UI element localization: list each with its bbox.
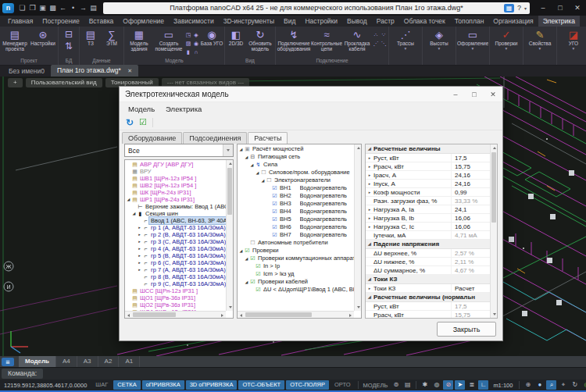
ribbon-tab[interactable]: Настройки bbox=[300, 16, 342, 27]
ribbon-tab[interactable]: Оформление bbox=[118, 16, 169, 27]
mini-ugo-icon[interactable]: ◉ bbox=[192, 39, 200, 48]
status-toggle[interactable]: оПРИВЯЗКА bbox=[142, 380, 184, 390]
zoom-realtime-icon[interactable]: ● bbox=[534, 380, 545, 390]
tree-item[interactable]: ◢ ▮ Секция шин bbox=[125, 210, 226, 217]
command-line[interactable]: Команда: bbox=[0, 367, 586, 380]
property-row[interactable]: ▸ Ррасч, кВт 15,75 bbox=[366, 162, 490, 171]
property-row[interactable]: ▸ Руст, кВт 17,5 bbox=[366, 154, 490, 162]
tree-item[interactable]: ▸ ⌐ гр 1 (А, АВДТ-63 16А/30мА) bbox=[125, 224, 226, 231]
row-expand-icon[interactable]: ◢ bbox=[366, 144, 373, 153]
ribbon-tab[interactable]: Вывод bbox=[342, 16, 372, 27]
tree-item[interactable]: ◢ ☑ Проверки кабелей bbox=[238, 278, 354, 286]
status-toggle[interactable]: СЕТКА bbox=[113, 380, 140, 390]
layout-tab[interactable]: А4 bbox=[56, 356, 77, 367]
mini-column-icon[interactable]: ▮ bbox=[184, 48, 192, 56]
expand-icon[interactable]: ◢ bbox=[244, 153, 249, 161]
filter-combobox[interactable]: Все bbox=[124, 144, 234, 157]
nanocad-logo-icon[interactable]: n bbox=[2, 3, 14, 13]
ugo-base-button[interactable]: ◉ База УГО bbox=[200, 28, 223, 52]
property-row[interactable]: ΔU суммарное, % 4,67 % bbox=[366, 266, 490, 275]
property-row[interactable]: ▸ Нагрузка C, Ic 16,06 bbox=[366, 223, 490, 231]
trassy[interactable]: ⋰ Трассы ▾ bbox=[390, 28, 421, 51]
status-toggle[interactable]: ШАГ bbox=[91, 380, 112, 390]
dialog-menu-item[interactable]: Электрика bbox=[160, 105, 207, 113]
property-row[interactable]: ▸ Нагрузка B, Ib 16,06 bbox=[366, 214, 490, 223]
annotation-lock-icon[interactable]: ⊘ bbox=[443, 380, 453, 390]
doc-tab-close-icon[interactable]: ✕ bbox=[127, 68, 132, 73]
ribbon-tab[interactable]: Вставка bbox=[84, 16, 119, 27]
vertical-scrollbar[interactable] bbox=[226, 160, 233, 311]
tree-item[interactable]: ☑ ВН2 Водонагреватель bbox=[238, 192, 354, 200]
layout-tab[interactable]: А3 bbox=[77, 356, 98, 367]
2d3d-button[interactable]: ◧ 2D/3D bbox=[226, 28, 246, 52]
item-checkbox-icon[interactable]: ☐ bbox=[266, 176, 273, 184]
ribbon-tab[interactable]: 3D-инструменты bbox=[219, 16, 279, 27]
tree-item[interactable]: ☑ ВН4 Водонагреватель bbox=[238, 208, 354, 216]
view-preset-button[interactable]: Пользовательский вид bbox=[26, 78, 102, 87]
mini-space-icon[interactable]: ◈ bbox=[192, 30, 200, 39]
item-checkbox-icon[interactable]: ☑ bbox=[271, 223, 278, 231]
vertical-scrollbar[interactable] bbox=[490, 144, 497, 318]
property-row[interactable]: ◢ Расчетные величины (нормальн bbox=[366, 293, 490, 302]
tree-item[interactable]: ☑ ВН6 Водонагреватель bbox=[238, 223, 354, 231]
expand-icon[interactable]: ▸ bbox=[137, 231, 142, 238]
refresh-model-icon[interactable]: ↻ bbox=[126, 117, 134, 128]
expand-icon[interactable]: ▸ bbox=[137, 238, 142, 245]
connect-equipment-button[interactable]: ↯ Подключение оборудования bbox=[277, 28, 311, 52]
tree-item[interactable]: ▦ ВРУ bbox=[125, 168, 226, 175]
mini-room-contour-icon[interactable]: ◳ bbox=[184, 30, 192, 39]
selection-cycling-icon[interactable]: ➤ bbox=[455, 380, 465, 390]
tree-item[interactable]: ▸ ⌐ гр 6 (С, АВДТ-63 16А/30мА) bbox=[125, 259, 226, 266]
tree-item[interactable]: ☑ ВН5 Водонагреватель bbox=[238, 216, 354, 223]
vysoty[interactable]: ◈ Высоты ▾ bbox=[423, 28, 455, 51]
expand-icon[interactable]: ◢ bbox=[126, 196, 131, 203]
tree-item[interactable]: ▤ ШВ2 [ЩРн-12з IP54 ] bbox=[125, 182, 226, 189]
row-expand-icon[interactable]: ▸ bbox=[366, 214, 373, 223]
tz-button[interactable]: ▤ ТЗ bbox=[80, 28, 101, 52]
status-toggle[interactable]: 3D оПРИВЯЗКА bbox=[186, 380, 238, 390]
horizontal-scrollbar[interactable] bbox=[125, 311, 226, 318]
mini-cable-diag2-icon[interactable]: ⋱ bbox=[380, 39, 388, 48]
isolate-objects-icon[interactable]: ◎ bbox=[581, 380, 586, 390]
sheet-icon[interactable]: ▤ bbox=[402, 380, 413, 390]
item-checkbox-icon[interactable]: ☑ bbox=[255, 262, 262, 270]
row-expand-icon[interactable]: ▸ bbox=[366, 162, 373, 171]
item-checkbox-icon[interactable]: ⊟ bbox=[249, 153, 256, 161]
item-checkbox-icon[interactable]: ☑ bbox=[255, 286, 262, 294]
ribbon-tab[interactable]: Облака точек bbox=[399, 16, 450, 27]
layout-tab[interactable]: А1 bbox=[119, 356, 140, 367]
dialog-menu-item[interactable]: Модель bbox=[123, 105, 160, 113]
property-row[interactable]: Разн. загрузки фаз, % 33,33 % bbox=[366, 197, 490, 205]
ribbon-tab[interactable]: Вид bbox=[279, 16, 300, 27]
etm-button[interactable]: ∑ ЭТМ bbox=[101, 28, 123, 52]
item-checkbox-icon[interactable]: ☑ bbox=[271, 192, 278, 200]
property-row[interactable]: Ррасч, кВт 15,75 bbox=[366, 311, 490, 318]
property-row[interactable]: ΔU верхнее, % 2,57 % bbox=[366, 249, 490, 258]
dynamic-input-icon[interactable]: ∟ bbox=[478, 380, 488, 390]
expand-icon[interactable]: ▸ bbox=[137, 259, 142, 266]
property-row[interactable]: ▸ Коэф мощности 0,99 bbox=[366, 188, 490, 197]
mini-hatch-icon[interactable]: ▨ bbox=[184, 39, 192, 48]
row-expand-icon[interactable]: ▸ bbox=[366, 284, 373, 293]
item-checkbox-icon[interactable]: ↯ bbox=[255, 161, 262, 169]
tree-item[interactable]: ▸ ⌐ гр 2 (В, АВДТ-63 16А/30мА) bbox=[125, 231, 226, 238]
project-manager-button[interactable]: ▤ Менеджер проекта bbox=[1, 28, 29, 52]
tree-item[interactable]: ▤ АВР ДГУ [АВР ДГУ] bbox=[125, 161, 226, 168]
item-checkbox-icon[interactable]: ☐ bbox=[249, 239, 256, 247]
layout-list-icon[interactable]: ≣ bbox=[2, 358, 14, 366]
property-row[interactable]: ▸ Iпуск, А 24,16 bbox=[366, 180, 490, 188]
dialog-title-bar[interactable]: Электротехническая модель – □ ✕ bbox=[120, 87, 502, 102]
layout-tab[interactable]: Модель bbox=[19, 356, 56, 367]
project-settings-button[interactable]: ⊛ Настройки bbox=[29, 28, 57, 52]
property-row[interactable]: Руст, кВт 17,5 bbox=[366, 302, 490, 311]
dialog-tab[interactable]: Подсоединения bbox=[183, 132, 247, 144]
zoom-extents-icon[interactable]: ⌖ bbox=[558, 380, 568, 390]
expand-icon[interactable]: ◢ bbox=[244, 278, 249, 286]
tree-item[interactable]: ▸ ⌐ гр 4 (А, АВДТ-63 16А/30мА) bbox=[125, 245, 226, 252]
doc-tab-untitled[interactable]: Без имени0 bbox=[2, 66, 51, 77]
expand-icon[interactable]: ▸ bbox=[137, 252, 142, 259]
minimize-button[interactable]: – bbox=[534, 0, 552, 16]
vertical-scrollbar[interactable] bbox=[354, 144, 361, 311]
property-row[interactable]: ▸ Нагрузка A, Ia 24,1 bbox=[366, 205, 490, 214]
redo-icon[interactable]: → bbox=[78, 0, 88, 16]
